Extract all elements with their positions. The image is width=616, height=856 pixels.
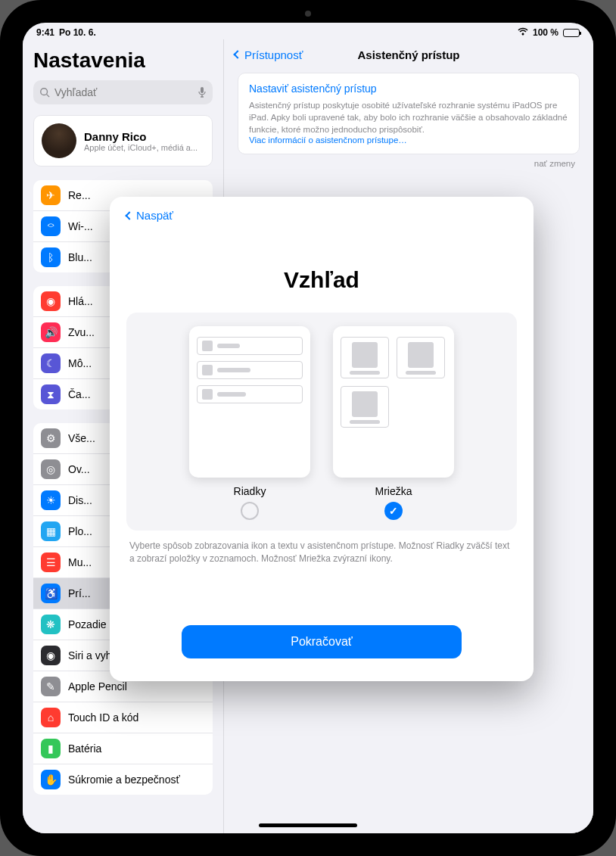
app-icon: ✋ <box>41 770 61 789</box>
app-icon: ☀ <box>41 490 61 510</box>
sidebar-item-label: Súkromie a bezpečnosť <box>68 774 180 786</box>
chevron-left-icon <box>125 211 133 219</box>
app-icon: ⌔ <box>41 216 61 236</box>
back-button-accessibility[interactable]: Prístupnosť <box>235 48 303 61</box>
app-icon: ☾ <box>41 353 61 373</box>
wifi-icon <box>518 27 528 38</box>
search-input[interactable] <box>50 86 198 98</box>
sidebar-item-label: Ča... <box>68 388 91 400</box>
sidebar-item[interactable]: ⌂Touch ID a kód <box>33 702 213 733</box>
sidebar-title: Nastavenia <box>33 48 213 73</box>
sidebar-item-label: Mu... <box>68 556 92 568</box>
svg-point-0 <box>41 89 48 95</box>
partial-text: nať zmeny <box>238 154 580 168</box>
app-icon: ◎ <box>41 459 61 479</box>
app-icon: ♿ <box>41 584 61 603</box>
continue-button[interactable]: Pokračovať <box>182 625 462 658</box>
back-label: Prístupnosť <box>244 48 303 61</box>
sidebar-item-label: Zvu... <box>68 326 95 338</box>
app-icon: ▮ <box>41 739 61 758</box>
card-learn-more-link[interactable]: Viac informácií o asistenčnom prístupe… <box>249 135 568 145</box>
dictation-icon[interactable] <box>198 86 207 98</box>
profile-card[interactable]: Danny Rico Apple účet, iCloud+, médiá a.… <box>33 115 213 167</box>
sidebar-item-label: Apple Pencil <box>68 680 127 693</box>
setup-card[interactable]: Nastaviť asistenčný prístup Asistenčný p… <box>238 73 580 154</box>
option-rows-label: Riadky <box>234 485 266 497</box>
app-icon: ⌂ <box>41 708 61 727</box>
chevron-left-icon <box>233 50 241 58</box>
sidebar-item[interactable]: ✋Súkromie a bezpečnosť <box>33 764 213 795</box>
option-rows[interactable]: Riadky <box>189 326 310 520</box>
sheet-title: Vzhľad <box>126 267 517 293</box>
app-icon: ✈ <box>41 185 61 205</box>
sidebar-item-label: Batéria <box>68 742 101 755</box>
card-title: Nastaviť asistenčný prístup <box>249 82 568 95</box>
radio-rows[interactable] <box>241 502 259 520</box>
home-indicator[interactable] <box>259 823 357 827</box>
sidebar-item-label: Wi-... <box>68 220 93 232</box>
sidebar-item-label: Prí... <box>68 587 91 599</box>
battery-text: 100 % <box>533 27 558 38</box>
sheet-description: Vyberte spôsob zobrazovania ikon a textu… <box>129 540 514 565</box>
sheet-back-label: Naspäť <box>136 209 173 222</box>
status-time: 9:41 <box>36 27 54 38</box>
search-icon <box>39 87 50 98</box>
radio-grid[interactable] <box>384 502 403 520</box>
app-icon: ⧗ <box>41 384 61 404</box>
sidebar-item-label: Blu... <box>68 251 92 263</box>
status-date: Po 10. 6. <box>59 27 96 38</box>
app-icon: 🔊 <box>41 322 61 342</box>
avatar <box>42 123 76 158</box>
app-icon: ❋ <box>41 615 61 634</box>
app-icon: ☰ <box>41 553 61 572</box>
sidebar-item-label: Plo... <box>68 525 92 537</box>
sidebar-item-label: Ov... <box>68 463 90 475</box>
option-grid-label: Mriežka <box>375 485 412 497</box>
svg-rect-2 <box>201 87 204 93</box>
layout-options: Riadky Mriežka <box>126 313 517 531</box>
sidebar-item-label: Hlá... <box>68 295 93 307</box>
front-camera <box>305 11 311 17</box>
sidebar-item[interactable]: ▮Batéria <box>33 733 213 764</box>
sheet-back-button[interactable]: Naspäť <box>126 209 517 222</box>
status-bar: 9:41 Po 10. 6. 100 % <box>23 23 593 39</box>
sidebar-item-label: Mô... <box>68 357 92 369</box>
app-icon: ✎ <box>41 677 61 696</box>
sidebar-item-label: Touch ID a kód <box>68 711 138 724</box>
app-icon: ◉ <box>41 646 61 665</box>
detail-nav: Prístupnosť Asistenčný prístup <box>224 39 593 70</box>
profile-subtitle: Apple účet, iCloud+, médiá a... <box>84 143 198 152</box>
app-icon: ⚙ <box>41 428 61 448</box>
option-grid[interactable]: Mriežka <box>333 326 454 520</box>
profile-name: Danny Rico <box>84 130 198 143</box>
sidebar-item-label: Pozadie <box>68 618 107 630</box>
svg-line-1 <box>47 95 50 98</box>
app-icon: ᛒ <box>41 247 61 267</box>
card-description: Asistenčný prístup poskytuje osobité uží… <box>249 99 568 135</box>
sidebar-item-label: Re... <box>68 189 91 201</box>
sidebar-item-label: Vše... <box>68 432 95 444</box>
search-field[interactable] <box>33 80 213 104</box>
sidebar-item-label: Dis... <box>68 494 92 506</box>
app-icon: ▦ <box>41 521 61 541</box>
app-icon: ◉ <box>41 291 61 311</box>
preview-grid <box>333 326 454 478</box>
appearance-sheet: Naspäť Vzhľad Riadky <box>110 197 534 681</box>
battery-icon <box>563 29 580 37</box>
preview-rows <box>189 326 310 478</box>
